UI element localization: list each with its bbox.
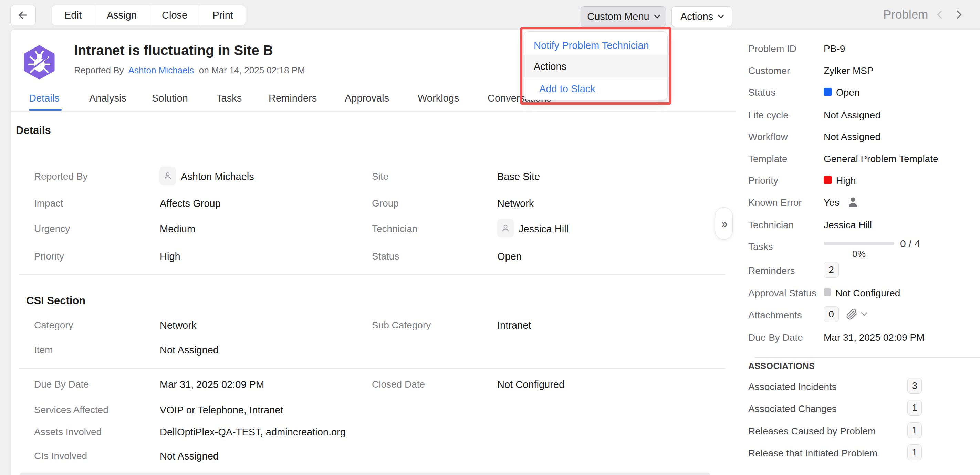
properties-sidebar: Problem ID PB-9 Customer Zylker MSP Stat… — [735, 30, 980, 475]
assign-button[interactable]: Assign — [94, 5, 150, 25]
section-divider — [19, 274, 725, 275]
field-label: Status — [372, 251, 399, 262]
known-error-person-icon[interactable] — [847, 196, 859, 208]
sidebar-value: Not Assigned — [824, 132, 880, 143]
sidebar-label: Status — [748, 87, 775, 98]
association-count-badge[interactable]: 1 — [907, 444, 922, 460]
field-value: High — [160, 251, 180, 262]
field-value: Intranet — [497, 320, 531, 331]
actions-button[interactable]: Actions — [671, 6, 732, 27]
user-avatar-icon — [497, 219, 514, 237]
field-value: Affects Group — [160, 198, 221, 209]
field-value: Base Site — [497, 171, 540, 183]
sidebar-label: Customer — [748, 65, 790, 76]
next-section-edge — [19, 473, 710, 475]
chevron-down-icon — [654, 12, 660, 18]
tab-approvals[interactable]: Approvals — [345, 92, 389, 104]
sidebar-value: Not Assigned — [824, 110, 880, 121]
tab-analysis[interactable]: Analysis — [89, 92, 126, 104]
field-label: Item — [34, 345, 52, 356]
attachments-count-badge[interactable]: 0 — [824, 307, 839, 322]
sidebar-divider — [754, 357, 980, 357]
menu-item-add-to-slack[interactable]: Add to Slack — [539, 83, 595, 95]
csi-section-title: CSI Section — [26, 295, 85, 307]
sidebar-label: Priority — [748, 175, 778, 186]
sidebar-value: Open — [836, 87, 860, 98]
association-count-badge[interactable]: 3 — [907, 378, 922, 394]
sidebar-expand-button[interactable]: » — [715, 207, 733, 240]
toolbar-button-group: Edit Assign Close Print — [52, 5, 246, 25]
section-divider — [19, 368, 725, 369]
field-value: Not Assigned — [160, 451, 219, 462]
sidebar-label: Life cycle — [748, 110, 789, 121]
association-count-badge[interactable]: 1 — [907, 400, 922, 416]
tab-details[interactable]: Details — [29, 92, 60, 104]
field-value: Not Configured — [497, 379, 565, 390]
approval-color-icon — [824, 288, 831, 296]
field-label: Site — [372, 171, 388, 182]
reporter-link[interactable]: Ashton Michaels — [129, 65, 194, 75]
close-button[interactable]: Close — [150, 5, 200, 25]
sidebar-label: Approval Status — [748, 288, 816, 299]
field-label: CIs Involved — [34, 451, 87, 462]
custom-menu-label: Custom Menu — [587, 11, 649, 22]
field-label: Sub Category — [372, 320, 431, 331]
sidebar-value: Mar 31, 2025 02:09 PM — [824, 332, 924, 343]
field-value: Mar 31, 2025 02:09 PM — [160, 379, 264, 390]
field-value[interactable]: Jessica Hill — [519, 223, 568, 235]
field-value: Network — [160, 320, 196, 331]
sidebar-label: Problem ID — [748, 43, 797, 54]
field-label: Impact — [34, 198, 63, 209]
field-value[interactable]: Ashton Michaels — [181, 171, 254, 183]
tab-tasks[interactable]: Tasks — [216, 92, 242, 104]
sidebar-label: Due By Date — [748, 332, 803, 343]
menu-item-notify-problem-technician[interactable]: Notify Problem Technician — [534, 40, 649, 51]
problem-card: Intranet is fluctuating in Site B Report… — [10, 29, 980, 475]
field-label: Due By Date — [34, 379, 89, 390]
field-value: Medium — [160, 223, 195, 235]
attachments-chevron-down-icon[interactable] — [861, 310, 867, 316]
edit-button[interactable]: Edit — [52, 5, 94, 25]
status-color-icon — [824, 88, 832, 96]
field-label: Services Affected — [34, 404, 108, 415]
field-value: VOIP or Telephone, Intranet — [160, 404, 283, 416]
print-button[interactable]: Print — [200, 5, 245, 25]
sidebar-label: Tasks — [748, 241, 773, 252]
tab-reminders[interactable]: Reminders — [269, 92, 317, 104]
double-chevron-right-icon: » — [721, 217, 728, 230]
module-nav: Problem — [883, 8, 960, 21]
back-arrow-icon — [17, 9, 29, 21]
association-link[interactable]: Releases Caused by Problem — [748, 426, 876, 437]
tab-solution[interactable]: Solution — [152, 92, 188, 104]
menu-item-actions: Actions — [534, 61, 566, 72]
association-count-badge[interactable]: 1 — [907, 423, 922, 438]
paperclip-icon[interactable] — [846, 308, 858, 320]
field-label: Category — [34, 320, 73, 331]
previous-problem-icon[interactable] — [937, 10, 945, 19]
association-link[interactable]: Release that Initiated Problem — [748, 448, 877, 459]
problem-detail-page: Edit Assign Close Print Custom Menu Acti… — [0, 0, 980, 475]
sidebar-value: Not Configured — [835, 288, 900, 299]
reported-on-text: on Mar 14, 2025 02:18 PM — [199, 65, 305, 75]
custom-menu-dropdown: Notify Problem Technician Actions Add to… — [524, 31, 668, 100]
association-link[interactable]: Associated Changes — [748, 404, 837, 415]
field-value: Open — [497, 251, 522, 262]
field-label: Closed Date — [372, 379, 425, 390]
sidebar-value: General Problem Template — [824, 154, 938, 165]
tasks-progress-bar — [824, 242, 894, 245]
field-label: Urgency — [34, 223, 70, 234]
back-button[interactable] — [10, 5, 36, 25]
reported-by-prefix: Reported By — [74, 65, 124, 75]
next-problem-icon[interactable] — [953, 10, 962, 19]
custom-menu-button[interactable]: Custom Menu — [581, 6, 666, 27]
sidebar-label: Known Error — [748, 197, 802, 208]
tasks-count: 0 / 4 — [900, 238, 920, 249]
chevron-down-icon — [718, 12, 724, 18]
field-label: Priority — [34, 251, 64, 262]
reminders-count-badge[interactable]: 2 — [824, 262, 839, 278]
tab-worklogs[interactable]: Worklogs — [418, 92, 459, 104]
module-label: Problem — [883, 8, 928, 21]
association-link[interactable]: Associated Incidents — [748, 381, 837, 392]
sidebar-label: Template — [748, 154, 788, 165]
field-value: Network — [497, 198, 534, 209]
